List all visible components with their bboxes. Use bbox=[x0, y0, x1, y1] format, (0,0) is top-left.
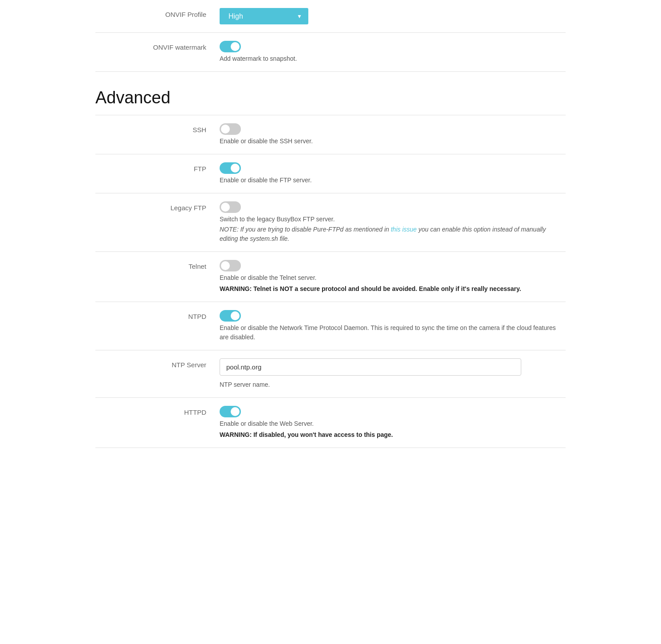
ntp-server-row: NTP Server NTP server name. bbox=[95, 350, 566, 398]
ftp-slider bbox=[220, 162, 241, 174]
ntpd-label: NTPD bbox=[95, 310, 220, 322]
telnet-slider bbox=[220, 260, 241, 271]
onvif-profile-dropdown-wrapper: High Medium Low ▼ bbox=[220, 8, 308, 24]
ssh-control: Enable or disable the SSH server. bbox=[220, 123, 566, 146]
telnet-toggle[interactable] bbox=[220, 260, 241, 271]
onvif-watermark-description: Add watermark to snapshot. bbox=[220, 54, 566, 63]
telnet-label: Telnet bbox=[95, 260, 220, 272]
ssh-row: SSH Enable or disable the SSH server. bbox=[95, 115, 566, 154]
httpd-row: HTTPD Enable or disable the Web Server. … bbox=[95, 398, 566, 448]
legacy-ftp-label: Legacy FTP bbox=[95, 201, 220, 213]
httpd-description: Enable or disable the Web Server. bbox=[220, 419, 566, 428]
telnet-warning: WARNING: Telnet is NOT a secure protocol… bbox=[220, 284, 566, 294]
legacy-ftp-toggle[interactable] bbox=[220, 201, 241, 213]
legacy-ftp-note-link[interactable]: this issue bbox=[391, 226, 417, 233]
ntpd-slider bbox=[220, 310, 241, 322]
onvif-watermark-label: ONVIF watermark bbox=[95, 41, 220, 53]
ftp-control: Enable or disable the FTP server. bbox=[220, 162, 566, 185]
ftp-toggle[interactable] bbox=[220, 162, 241, 174]
onvif-watermark-row: ONVIF watermark Add watermark to snapsho… bbox=[95, 33, 566, 72]
legacy-ftp-row: Legacy FTP Switch to the legacy BusyBox … bbox=[95, 193, 566, 252]
onvif-watermark-control: Add watermark to snapshot. bbox=[220, 41, 566, 63]
onvif-profile-control: High Medium Low ▼ bbox=[220, 8, 566, 24]
telnet-description: Enable or disable the Telnet server. bbox=[220, 273, 566, 283]
ntpd-description: Enable or disable the Network Time Proto… bbox=[220, 323, 566, 342]
ssh-label: SSH bbox=[95, 123, 220, 135]
onvif-profile-label: ONVIF Profile bbox=[95, 8, 220, 20]
telnet-row: Telnet Enable or disable the Telnet serv… bbox=[95, 252, 566, 302]
legacy-ftp-slider bbox=[220, 201, 241, 213]
httpd-label: HTTPD bbox=[95, 406, 220, 418]
httpd-control: Enable or disable the Web Server. WARNIN… bbox=[220, 406, 566, 440]
legacy-ftp-control: Switch to the legacy BusyBox FTP server.… bbox=[220, 201, 566, 243]
legacy-ftp-note-prefix: NOTE: If you are trying to disable Pure-… bbox=[220, 226, 391, 233]
ntpd-toggle[interactable] bbox=[220, 310, 241, 322]
onvif-profile-select[interactable]: High Medium Low bbox=[220, 8, 308, 24]
onvif-watermark-slider bbox=[220, 41, 241, 52]
ntp-server-description: NTP server name. bbox=[220, 380, 566, 389]
advanced-section-heading: Advanced bbox=[95, 72, 566, 115]
ntpd-control: Enable or disable the Network Time Proto… bbox=[220, 310, 566, 342]
ftp-label: FTP bbox=[95, 162, 220, 174]
httpd-slider bbox=[220, 406, 241, 417]
ssh-toggle[interactable] bbox=[220, 123, 241, 135]
telnet-control: Enable or disable the Telnet server. WAR… bbox=[220, 260, 566, 294]
ssh-description: Enable or disable the SSH server. bbox=[220, 137, 566, 146]
ssh-slider bbox=[220, 123, 241, 135]
ntp-server-label: NTP Server bbox=[95, 358, 220, 370]
httpd-warning: WARNING: If disabled, you won't have acc… bbox=[220, 430, 566, 440]
ftp-description: Enable or disable the FTP server. bbox=[220, 176, 566, 185]
ntpd-row: NTPD Enable or disable the Network Time … bbox=[95, 302, 566, 350]
onvif-profile-row: ONVIF Profile High Medium Low ▼ bbox=[95, 0, 566, 33]
onvif-watermark-toggle[interactable] bbox=[220, 41, 241, 52]
httpd-toggle[interactable] bbox=[220, 406, 241, 417]
legacy-ftp-description: Switch to the legacy BusyBox FTP server. bbox=[220, 215, 566, 224]
legacy-ftp-note: NOTE: If you are trying to disable Pure-… bbox=[220, 225, 566, 243]
ntp-server-control: NTP server name. bbox=[220, 358, 566, 389]
ftp-row: FTP Enable or disable the FTP server. bbox=[95, 154, 566, 193]
ntp-server-input[interactable] bbox=[220, 358, 521, 376]
